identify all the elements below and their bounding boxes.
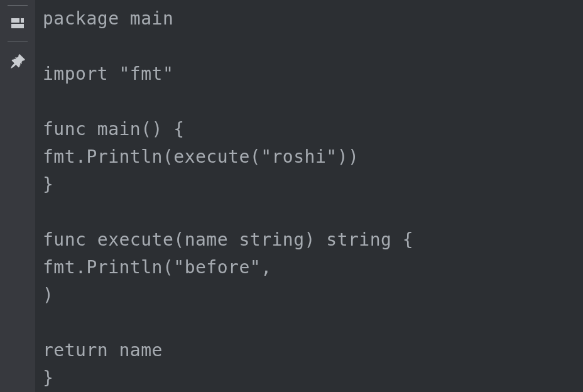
code-line[interactable]: ) <box>43 281 583 309</box>
code-line[interactable] <box>43 88 583 116</box>
code-line[interactable]: } <box>43 364 583 392</box>
svg-rect-1 <box>21 18 24 23</box>
code-editor[interactable]: package main import "fmt" func main() { … <box>35 0 583 392</box>
pin-icon[interactable] <box>9 53 26 70</box>
code-line[interactable]: import "fmt" <box>43 60 583 88</box>
sidebar-divider <box>8 5 28 6</box>
code-line[interactable]: fmt.Println(execute("roshi")) <box>43 143 583 171</box>
panels-icon[interactable] <box>9 14 26 32</box>
sidebar-divider <box>8 41 28 41</box>
code-line[interactable] <box>43 309 583 337</box>
code-line[interactable]: func execute(name string) string { <box>43 226 583 254</box>
svg-rect-0 <box>11 18 19 23</box>
svg-rect-2 <box>11 24 24 28</box>
code-line[interactable]: } <box>43 171 583 199</box>
code-line[interactable] <box>43 199 583 226</box>
code-line[interactable]: fmt.Println("before", <box>43 254 583 281</box>
code-line[interactable]: func main() { <box>43 116 583 143</box>
code-line[interactable]: package main <box>43 5 583 33</box>
editor-sidebar <box>0 0 35 392</box>
code-line[interactable]: return name <box>43 337 583 364</box>
code-line[interactable] <box>43 33 583 60</box>
